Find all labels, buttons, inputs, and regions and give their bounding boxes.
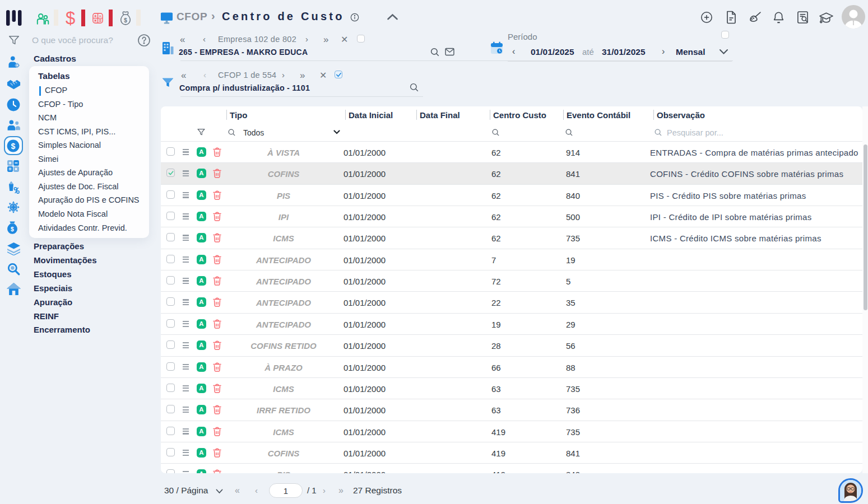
svg-text:$: $ <box>11 142 16 151</box>
svg-text:$: $ <box>124 17 127 24</box>
svg-text:$: $ <box>11 226 14 232</box>
